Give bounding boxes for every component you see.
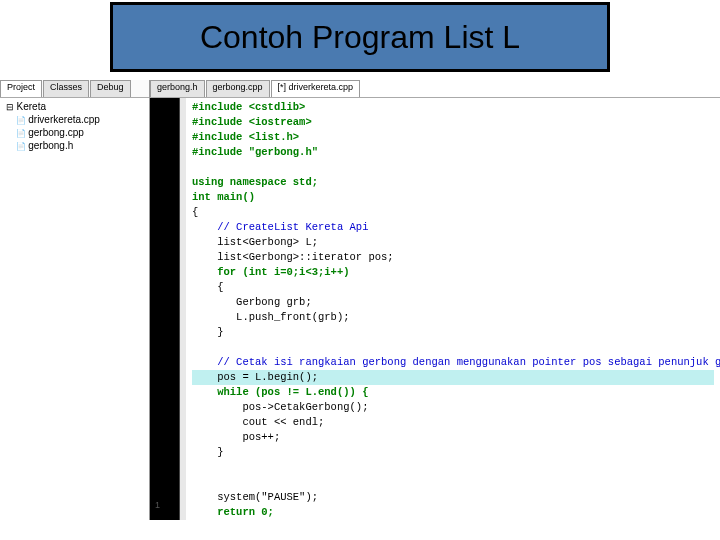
tree-file[interactable]: gerbong.cpp bbox=[4, 126, 145, 139]
editor-tab[interactable]: gerbong.h bbox=[150, 80, 205, 97]
tree-file[interactable]: driverkereta.cpp bbox=[4, 113, 145, 126]
editor-area: gerbong.h gerbong.cpp [*] driverkereta.c… bbox=[150, 80, 720, 520]
tab-classes[interactable]: Classes bbox=[43, 80, 89, 97]
editor-tabs: gerbong.h gerbong.cpp [*] driverkereta.c… bbox=[150, 80, 720, 98]
tab-project[interactable]: Project bbox=[0, 80, 42, 97]
tab-debug[interactable]: Debug bbox=[90, 80, 131, 97]
editor-tab[interactable]: gerbong.cpp bbox=[206, 80, 270, 97]
status-indicator: 1 bbox=[155, 500, 160, 510]
sidebar: Project Classes Debug Kereta driverkeret… bbox=[0, 80, 150, 520]
editor-gutter bbox=[150, 98, 180, 520]
code-editor[interactable]: #include <cstdlib>#include <iostream>#in… bbox=[150, 98, 720, 520]
sidebar-tabs: Project Classes Debug bbox=[0, 80, 149, 98]
slide-title-banner: Contoh Program List L bbox=[110, 2, 610, 72]
ide-window: Project Classes Debug Kereta driverkeret… bbox=[0, 80, 720, 520]
editor-tab-active[interactable]: [*] driverkereta.cpp bbox=[271, 80, 361, 97]
slide-title: Contoh Program List L bbox=[200, 19, 520, 56]
tree-root[interactable]: Kereta bbox=[4, 100, 145, 113]
code-text[interactable]: #include <cstdlib>#include <iostream>#in… bbox=[186, 98, 720, 520]
project-tree: Kereta driverkereta.cpp gerbong.cpp gerb… bbox=[0, 98, 149, 520]
ide-main-row: Project Classes Debug Kereta driverkeret… bbox=[0, 80, 720, 520]
tree-file[interactable]: gerbong.h bbox=[4, 139, 145, 152]
